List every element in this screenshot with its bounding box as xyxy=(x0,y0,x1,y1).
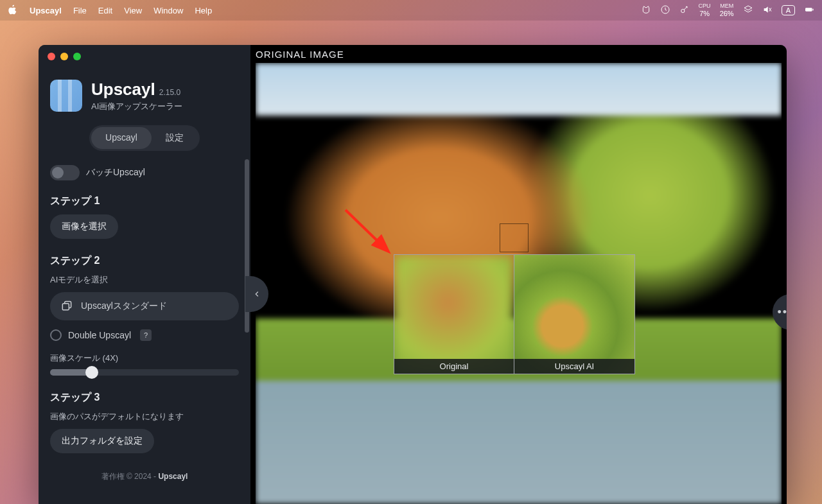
menubar-item-help[interactable]: Help xyxy=(195,6,212,15)
step-2-title: ステップ 2 xyxy=(50,254,239,268)
window-traffic-lights xyxy=(48,53,81,60)
app-window: Upscayl2.15.0 AI画像アップスケーラー Upscayl 設定 バッ… xyxy=(39,45,787,504)
step-3-subtitle: 画像のパスがデフォルトになります xyxy=(50,411,239,422)
menubar-item-edit[interactable]: Edit xyxy=(98,6,112,15)
svg-rect-4 xyxy=(62,304,69,310)
app-version: 2.15.0 xyxy=(159,88,180,97)
compare-popup: Original Upscayl AI xyxy=(394,254,635,374)
layers-icon[interactable] xyxy=(743,4,753,16)
macos-menubar: Upscayl File Edit View Window Help CPU7%… xyxy=(0,0,822,21)
original-image-label: ORIGINAL IMAGE xyxy=(256,49,344,60)
image-preview-area: ORIGINAL IMAGE Original Upscayl AI xyxy=(250,45,787,504)
menubar-item-window[interactable]: Window xyxy=(153,6,183,15)
scale-slider[interactable] xyxy=(50,369,239,376)
svg-rect-2 xyxy=(805,8,812,11)
app-brand: Upscayl2.15.0 AI画像アップスケーラー xyxy=(50,80,239,112)
menubar-item-view[interactable]: View xyxy=(124,6,142,15)
menubar-app-name[interactable]: Upscayl xyxy=(30,6,62,15)
step-2-subtitle: AIモデルを選択 xyxy=(50,274,239,286)
annotation-arrow xyxy=(342,207,400,267)
mode-tabs: Upscayl 設定 xyxy=(89,125,200,151)
double-upscayl-radio[interactable] xyxy=(50,329,62,341)
volume-mute-icon[interactable] xyxy=(762,4,773,16)
history-icon[interactable] xyxy=(660,4,670,16)
svg-line-5 xyxy=(345,210,387,250)
compare-upscayl-caption: Upscayl AI xyxy=(514,359,634,374)
chevron-left-icon xyxy=(252,290,261,299)
step-1-section: ステップ 1 画像を選択 xyxy=(50,195,239,239)
mem-stat[interactable]: MEM26% xyxy=(720,3,734,17)
ellipsis-icon: ••• xyxy=(778,306,787,319)
step-1-title: ステップ 1 xyxy=(50,195,239,208)
batch-toggle-row: バッチUpscayl xyxy=(50,165,239,180)
cpu-stat[interactable]: CPU7% xyxy=(699,3,711,17)
cat-icon[interactable] xyxy=(641,4,651,16)
set-output-folder-button[interactable]: 出力フォルダを設定 xyxy=(50,429,154,453)
double-upscayl-label: Double Upscayl xyxy=(68,330,131,340)
batch-toggle-label: バッチUpscayl xyxy=(86,167,145,178)
window-close-button[interactable] xyxy=(48,53,55,60)
battery-icon[interactable] xyxy=(804,4,814,16)
scale-label: 画像スケール (4X) xyxy=(50,352,239,364)
preview-viewport[interactable]: Original Upscayl AI xyxy=(256,63,782,504)
double-upscayl-row: Double Upscayl ? xyxy=(50,329,239,341)
step-3-title: ステップ 3 xyxy=(50,391,239,404)
tab-upscayl[interactable]: Upscayl xyxy=(91,127,152,149)
compare-upscayl-pane: Upscayl AI xyxy=(514,255,634,374)
svg-point-1 xyxy=(681,9,684,12)
model-select-value: Upscaylスタンダード xyxy=(81,300,167,312)
app-logo-icon xyxy=(50,80,82,112)
app-subtitle: AI画像アップスケーラー xyxy=(91,101,182,112)
double-upscayl-help[interactable]: ? xyxy=(140,329,152,341)
step-3-section: ステップ 3 画像のパスがデフォルトになります 出力フォルダを設定 xyxy=(50,391,239,453)
sidebar: Upscayl2.15.0 AI画像アップスケーラー Upscayl 設定 バッ… xyxy=(39,45,250,504)
step-2-section: ステップ 2 AIモデルを選択 Upscaylスタンダード Double Ups… xyxy=(50,254,239,376)
sidebar-footer: 著作権 © 2024 - Upscayl xyxy=(50,471,239,482)
app-title: Upscayl2.15.0 xyxy=(91,80,180,100)
compare-original-pane: Original xyxy=(394,255,514,374)
zoom-selection-box[interactable] xyxy=(500,223,529,252)
tab-settings[interactable]: 設定 xyxy=(152,127,198,149)
svg-rect-3 xyxy=(812,9,813,11)
compare-original-caption: Original xyxy=(394,359,514,374)
window-minimize-button[interactable] xyxy=(60,53,68,60)
window-zoom-button[interactable] xyxy=(73,53,81,60)
select-image-button[interactable]: 画像を選択 xyxy=(50,214,118,239)
menubar-item-file[interactable]: File xyxy=(73,6,87,15)
apple-logo-icon[interactable] xyxy=(8,4,18,17)
model-select[interactable]: Upscaylスタンダード xyxy=(50,292,239,320)
batch-toggle[interactable] xyxy=(50,165,80,180)
input-mode-indicator[interactable]: A xyxy=(782,5,795,15)
key-icon[interactable] xyxy=(679,4,690,16)
image-stack-icon xyxy=(60,300,73,313)
